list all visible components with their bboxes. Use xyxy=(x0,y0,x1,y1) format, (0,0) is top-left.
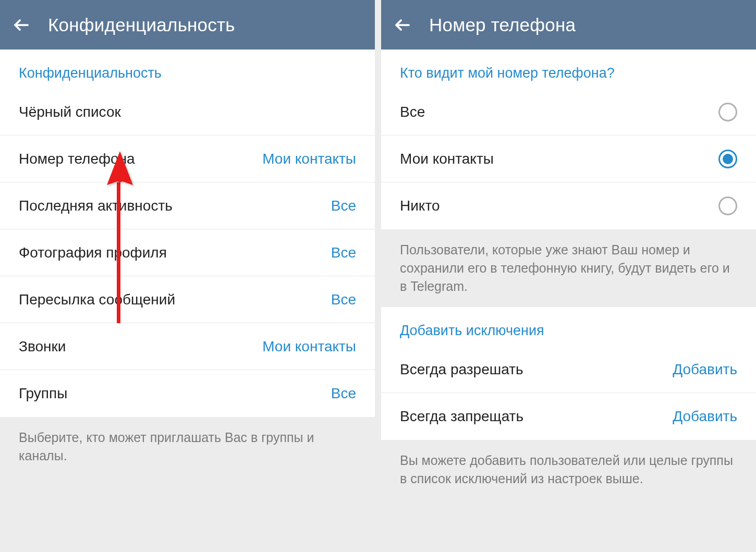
row-profile-photo[interactable]: Фотография профиля Все xyxy=(0,229,375,276)
section-title-who-sees: Кто видит мой номер телефона? xyxy=(381,50,756,89)
phone-number-screen: Номер телефона Кто видит мой номер телеф… xyxy=(381,0,756,552)
page-title-phone: Номер телефона xyxy=(429,15,576,35)
option-everybody[interactable]: Все xyxy=(381,89,756,136)
back-arrow-icon[interactable] xyxy=(392,14,413,36)
row-groups-label: Группы xyxy=(19,385,67,402)
row-blacklist[interactable]: Чёрный список xyxy=(0,89,375,136)
option-everybody-label: Все xyxy=(400,104,425,120)
row-calls-value: Мои контакты xyxy=(262,338,356,355)
row-calls[interactable]: Звонки Мои контакты xyxy=(0,323,375,370)
option-contacts[interactable]: Мои контакты xyxy=(381,136,756,182)
row-blacklist-label: Чёрный список xyxy=(19,104,121,120)
row-forward-label: Пересылка сообщений xyxy=(19,291,175,308)
always-allow-add[interactable]: Добавить xyxy=(673,361,737,378)
row-profile-photo-value: Все xyxy=(331,244,356,261)
row-calls-label: Звонки xyxy=(19,338,66,355)
info-note-phone: Пользователи, которые уже знают Ваш номе… xyxy=(381,229,756,307)
radio-contacts[interactable] xyxy=(718,150,737,168)
back-arrow-icon[interactable] xyxy=(10,14,32,36)
page-title-privacy: Конфиденциальность xyxy=(48,15,235,35)
footer-note-right: Вы можете добавить пользователей или цел… xyxy=(381,440,756,552)
header-left: Конфиденциальность xyxy=(0,0,375,50)
radio-everybody[interactable] xyxy=(718,103,737,121)
row-last-seen-value: Все xyxy=(331,198,356,214)
row-groups-value: Все xyxy=(331,385,356,402)
section-title-exceptions: Добавить исключения xyxy=(381,307,756,346)
always-deny-add[interactable]: Добавить xyxy=(673,408,737,425)
row-forward-value: Все xyxy=(331,291,356,308)
row-last-seen[interactable]: Последняя активность Все xyxy=(0,182,375,229)
privacy-screen: Конфиденциальность Конфиденциальность Чё… xyxy=(0,0,375,552)
option-nobody-label: Никто xyxy=(400,198,440,214)
row-forward-messages[interactable]: Пересылка сообщений Все xyxy=(0,276,375,323)
row-groups[interactable]: Группы Все xyxy=(0,370,375,417)
always-deny-label: Всегда запрещать xyxy=(400,408,523,425)
header-right: Номер телефона xyxy=(381,0,756,50)
option-contacts-label: Мои контакты xyxy=(400,151,494,167)
row-always-allow[interactable]: Всегда разрешать Добавить xyxy=(381,346,756,393)
section-title-privacy: Конфиденциальность xyxy=(0,50,375,89)
row-last-seen-label: Последняя активность xyxy=(19,198,173,214)
row-phone-value: Мои контакты xyxy=(262,151,356,167)
row-always-deny[interactable]: Всегда запрещать Добавить xyxy=(381,393,756,440)
row-profile-photo-label: Фотография профиля xyxy=(19,244,167,261)
row-phone-number[interactable]: Номер телефона Мои контакты xyxy=(0,136,375,182)
footer-note-left: Выберите, кто может приглашать Вас в гру… xyxy=(0,417,375,552)
option-nobody[interactable]: Никто xyxy=(381,182,756,229)
radio-nobody[interactable] xyxy=(718,197,737,215)
row-phone-label: Номер телефона xyxy=(19,151,135,167)
always-allow-label: Всегда разрешать xyxy=(400,361,523,378)
